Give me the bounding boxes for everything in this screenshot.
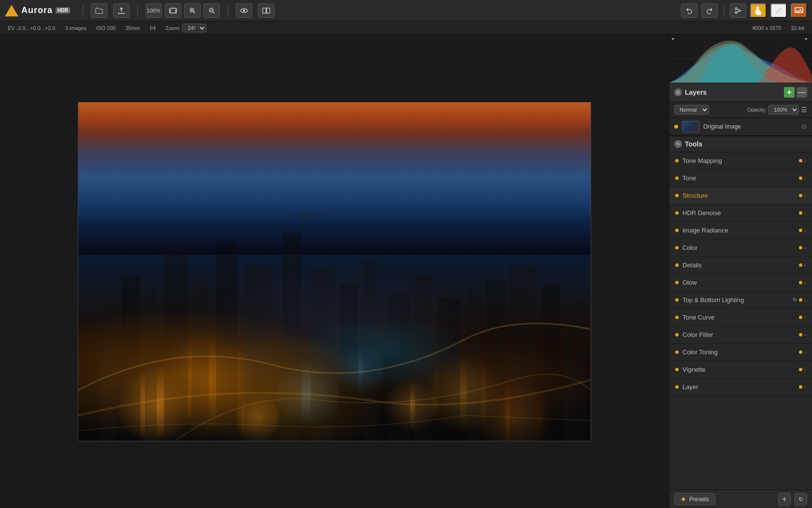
svg-rect-29 bbox=[543, 284, 559, 440]
tool-active-dot bbox=[799, 368, 802, 371]
layers-remove-button[interactable]: — bbox=[797, 87, 807, 98]
tool-active-dot bbox=[799, 316, 802, 319]
logo: Aurora HDR bbox=[5, 5, 70, 16]
zoom-out-button[interactable] bbox=[203, 3, 220, 18]
open-button[interactable] bbox=[91, 3, 107, 18]
tool-dot bbox=[675, 298, 679, 302]
presets-star-icon: ★ bbox=[681, 495, 686, 503]
layers-title-icon: ⊙ bbox=[674, 88, 682, 96]
svg-rect-30 bbox=[564, 299, 585, 441]
layer-settings-icon[interactable]: ⚙ bbox=[801, 123, 807, 131]
tool-item-layer[interactable]: Layer› bbox=[669, 378, 812, 396]
images-info: 3 images bbox=[65, 25, 87, 31]
tools-header: ✎ Tools bbox=[669, 136, 812, 152]
tool-dot bbox=[675, 229, 679, 232]
tool-item-glow[interactable]: Glow› bbox=[669, 274, 812, 291]
tool-item-tone-curve[interactable]: Tone Curve› bbox=[669, 309, 812, 326]
separator-4 bbox=[724, 5, 724, 16]
tool-dot bbox=[675, 350, 679, 354]
tool-item-hdr-denoise[interactable]: HDR Denoise› bbox=[669, 204, 812, 222]
layer-thumbnail bbox=[682, 121, 699, 132]
logo-text: Aurora bbox=[21, 5, 53, 15]
layers-menu-icon[interactable]: ☰ bbox=[801, 106, 807, 114]
svg-point-8 bbox=[735, 12, 737, 14]
tool-item-color-filter[interactable]: Color Filter› bbox=[669, 326, 812, 344]
bottom-bar: ★ Presets + ↻ bbox=[669, 490, 812, 508]
tool-arrow-icon: › bbox=[804, 227, 806, 234]
tool-item-image-radiance[interactable]: Image Radiance› bbox=[669, 222, 812, 239]
bottom-sync-button[interactable]: ↻ bbox=[795, 493, 807, 506]
presets-label: Presets bbox=[689, 496, 709, 503]
tool-item-tone[interactable]: Tone› bbox=[669, 170, 812, 187]
undo-button[interactable] bbox=[681, 3, 697, 18]
tool-arrow-icon: › bbox=[804, 175, 806, 182]
toolbar-right bbox=[681, 3, 807, 18]
bottom-add-button[interactable]: + bbox=[778, 493, 791, 506]
redo-button[interactable] bbox=[701, 3, 718, 18]
tool-arrow-icon: › bbox=[804, 279, 806, 286]
tool-dot bbox=[675, 176, 679, 180]
zoom-select[interactable]: 24% 50% 100% bbox=[182, 24, 206, 32]
tool-item-structure[interactable]: Structure› bbox=[669, 187, 812, 204]
tool-item-vignette[interactable]: Vignette› bbox=[669, 361, 812, 378]
layers-add-button[interactable]: + bbox=[784, 87, 795, 98]
presets-button[interactable]: ★ Presets bbox=[674, 493, 715, 505]
dimensions-info: 4000 x 2670 bbox=[752, 25, 782, 31]
tool-dot bbox=[675, 211, 679, 215]
svg-point-4 bbox=[243, 10, 245, 11]
svg-rect-11 bbox=[121, 275, 140, 441]
zoom-100-button[interactable]: 100% bbox=[145, 3, 162, 18]
svg-rect-14 bbox=[192, 279, 209, 440]
tool-active-dot bbox=[799, 281, 802, 284]
iso-info: ISO 200 bbox=[96, 25, 116, 31]
opacity-select[interactable]: 100% 75% 50% bbox=[768, 105, 799, 115]
layer-view-button[interactable] bbox=[791, 3, 807, 18]
tool-active-dot bbox=[799, 263, 802, 267]
scissors-button[interactable] bbox=[730, 3, 746, 18]
tool-active-dot bbox=[799, 229, 802, 232]
export-button[interactable] bbox=[113, 3, 130, 18]
tool-arrow-icon: › bbox=[804, 332, 806, 338]
tool-name: Structure bbox=[682, 192, 799, 199]
tool-item-top-&-bottom-lighting[interactable]: Top & Bottom Lighting↻› bbox=[669, 291, 812, 309]
svg-rect-17 bbox=[282, 232, 301, 440]
histogram-right-arrow[interactable]: ▸ bbox=[805, 36, 810, 41]
layer-item: Original Image ⚙ bbox=[669, 118, 812, 136]
tools-list: Tone Mapping›Tone›Structure›HDR Denoise›… bbox=[669, 152, 812, 396]
tool-dot bbox=[675, 246, 679, 249]
tool-item-tone-mapping[interactable]: Tone Mapping› bbox=[669, 152, 812, 170]
svg-point-7 bbox=[735, 8, 737, 10]
city-image bbox=[78, 102, 591, 441]
compare-button[interactable] bbox=[236, 3, 252, 18]
blend-mode-select[interactable]: Normal Multiply Screen Overlay bbox=[674, 105, 709, 115]
pen-tool-button[interactable] bbox=[770, 3, 787, 18]
opacity-label: Opacity: bbox=[747, 107, 767, 113]
tool-arrow-icon: › bbox=[804, 262, 806, 269]
tool-name: Tone Mapping bbox=[682, 157, 799, 164]
hand-tool-button[interactable] bbox=[750, 3, 767, 18]
zoom-label: Zoom: bbox=[165, 25, 180, 31]
tool-active-dot bbox=[799, 350, 802, 354]
zoom-in-button[interactable] bbox=[184, 3, 201, 18]
tool-name: Details bbox=[682, 261, 799, 269]
tool-item-color[interactable]: Color› bbox=[669, 239, 812, 257]
split-view-button[interactable] bbox=[258, 3, 275, 18]
tool-name: Image Radiance bbox=[682, 227, 799, 234]
tool-item-color-toning[interactable]: Color Toning› bbox=[669, 344, 812, 361]
layers-controls: Normal Multiply Screen Overlay Opacity: … bbox=[669, 102, 812, 118]
zoom-fit-button[interactable] bbox=[165, 3, 181, 18]
infobar: EV -2.0...+0.0...+2.0 3 images ISO 200 3… bbox=[0, 21, 812, 35]
sync-icon: ↻ bbox=[793, 297, 797, 303]
focal-info: 35mm bbox=[125, 25, 140, 31]
tool-arrow-icon: › bbox=[804, 297, 806, 304]
tool-name: Tone bbox=[682, 174, 799, 182]
tool-item-details[interactable]: Details› bbox=[669, 257, 812, 274]
svg-rect-12 bbox=[145, 289, 157, 441]
svg-rect-6 bbox=[266, 8, 270, 13]
tools-title-icon: ✎ bbox=[674, 140, 682, 148]
zoom-100-label: 100% bbox=[147, 8, 160, 14]
layer-name: Original Image bbox=[703, 123, 797, 130]
layers-section: ⊙ Layers + — Normal Multiply Screen Over… bbox=[669, 83, 812, 136]
canvas-area[interactable] bbox=[0, 35, 669, 508]
histogram-left-arrow[interactable]: ◂ bbox=[671, 36, 676, 41]
